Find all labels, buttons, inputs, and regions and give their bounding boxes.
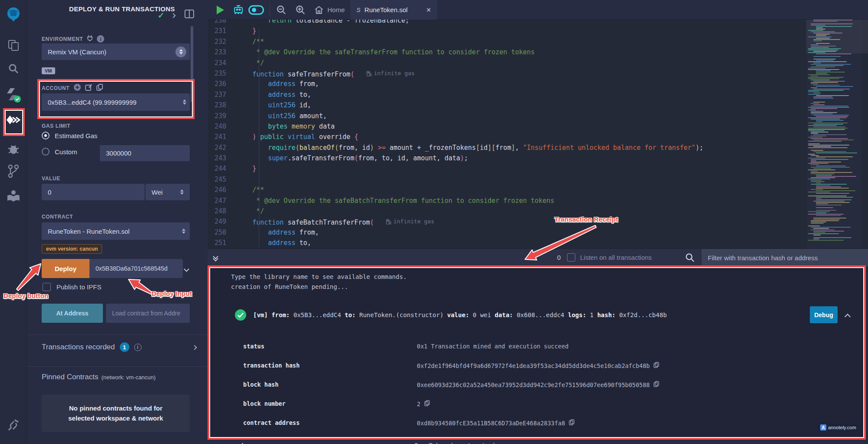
file-explorer-icon[interactable] <box>0 37 27 53</box>
environment-updown-icon[interactable] <box>175 46 186 57</box>
at-address-input[interactable]: Load contract from Addre <box>106 304 190 323</box>
deploy-collapse-chevron-icon[interactable] <box>185 265 188 273</box>
annotely-watermark: Aannotely.com <box>818 424 858 431</box>
custom-gas-radio[interactable] <box>42 148 50 156</box>
plug-icon[interactable] <box>87 35 93 43</box>
copy-account-icon[interactable] <box>96 84 103 93</box>
code-line-247[interactable]: 247 * @dev Override the safeBatchTransfe… <box>208 195 806 206</box>
edit-account-icon[interactable] <box>85 84 92 93</box>
value-unit: Wei <box>152 189 163 196</box>
receipt-value-transaction-hash: 0xf2de1f964bfd4f9a6d67972f4e1dea39f53ac3… <box>417 362 659 369</box>
copilot-toggle-icon[interactable] <box>248 0 264 20</box>
environment-label: ENVIRONMENT <box>42 36 83 42</box>
code-line-241[interactable]: 241 ) public virtual override { <box>208 132 806 142</box>
git-icon[interactable] <box>0 162 27 180</box>
panel-scrollbar[interactable] <box>191 26 193 102</box>
contract-select[interactable]: RuneToken - RuneToken.sol <box>42 222 190 240</box>
deploy-input[interactable]: 0x5B38Da6a701c568545d <box>89 259 183 278</box>
home-tab-label: Home <box>327 6 345 13</box>
copy-icon[interactable] <box>653 381 659 388</box>
solidity-file-icon: S <box>356 7 360 13</box>
pinned-contracts-network: (network: vm-cancun) <box>101 374 155 381</box>
debug-button[interactable]: Debug <box>810 306 838 323</box>
debugger-icon[interactable] <box>0 142 27 156</box>
terminal-content[interactable]: Type the library name to see available c… <box>212 270 861 435</box>
add-account-icon[interactable] <box>74 84 81 93</box>
annotation-deploy-input: Deploy Input <box>152 290 192 297</box>
tab-close-icon[interactable]: ✕ <box>426 7 431 13</box>
activity-bar <box>0 0 27 444</box>
terminal-search-icon[interactable] <box>685 253 695 264</box>
code-line-235[interactable]: 235 function safeTransferFrom(infinite g… <box>208 68 806 79</box>
account-select[interactable]: 0x5B3...eddC4 (99.999999999 <box>42 93 190 111</box>
tab-home[interactable]: Home <box>314 0 345 20</box>
environment-value: Remix VM (Cancun) <box>48 48 106 56</box>
pinned-empty-message: No pinned contracts found forselected wo… <box>42 394 190 432</box>
code-line-236[interactable]: 236 address from, <box>208 79 806 89</box>
copy-icon[interactable] <box>569 419 574 427</box>
copy-icon[interactable] <box>424 400 430 408</box>
at-address-button[interactable]: At Address <box>42 304 103 323</box>
remixai-robot-icon[interactable] <box>233 0 244 20</box>
environment-select[interactable]: Remix VM (Cancun) <box>42 43 190 60</box>
remix-logo[interactable] <box>0 4 27 24</box>
terminal-filter-input[interactable]: Filter with transaction hash or address <box>702 249 868 266</box>
panel-layout-icon[interactable] <box>185 10 194 20</box>
code-line-231[interactable]: 231 } <box>208 26 806 36</box>
listen-transactions-checkbox[interactable] <box>567 253 575 262</box>
receipt-value-block-hash: 0xee6093d236c02a52a450ea73952d3dd942c9e2… <box>417 381 659 388</box>
tab-runetoken[interactable]: S RuneToken.sol ✕ <box>350 0 437 20</box>
annotation-deploy-button: Deploy button <box>3 292 48 299</box>
plugin-connect-icon[interactable] <box>0 415 27 435</box>
code-line-233[interactable]: 233 * @dev Override the safeTransferFrom… <box>208 47 806 57</box>
code-line-250[interactable]: 250 address from, <box>208 227 806 238</box>
code-line-240[interactable]: 240 bytes memory data <box>208 121 806 132</box>
minimap-viewport[interactable] <box>806 20 868 53</box>
copy-icon[interactable] <box>653 362 659 369</box>
deploy-run-icon[interactable] <box>0 111 27 133</box>
filter-placeholder: Filter with transaction hash or address <box>708 254 818 262</box>
value-input[interactable]: 0 <box>42 184 145 200</box>
zoom-out-icon[interactable] <box>276 0 287 20</box>
tx-summary-line[interactable]: [vm] from: 0x5B3...eddC4 to: RuneToken.(… <box>253 311 667 318</box>
partial-row-value: RuneToken.(constructor) <box>415 441 496 444</box>
code-line-248[interactable]: 248 */ <box>208 206 806 216</box>
transactions-expand-icon[interactable] <box>193 343 196 351</box>
estimated-gas-radio[interactable] <box>42 132 50 139</box>
code-line-245[interactable]: 245 <box>208 174 806 185</box>
transactions-info-icon[interactable]: i <box>134 344 142 351</box>
code-line-244[interactable]: 244 } <box>208 163 806 174</box>
custom-gas-value: 3000000 <box>106 149 131 157</box>
tx-collapse-icon[interactable] <box>845 313 850 320</box>
search-icon[interactable] <box>0 61 27 76</box>
code-line-243[interactable]: 243 super.safeTransferFrom(from, to, id,… <box>208 153 806 163</box>
code-line-246[interactable]: 246 /** <box>208 185 806 195</box>
code-line-237[interactable]: 237 address to, <box>208 89 806 100</box>
code-line-251[interactable]: 251 address to, <box>208 238 806 248</box>
code-line-242[interactable]: 242 require(balanceOf(from, id) >= amoun… <box>208 142 806 153</box>
environment-info-icon[interactable]: i <box>97 35 104 43</box>
code-editor[interactable]: 230 return totalBalance - frozenBalance;… <box>208 20 806 249</box>
terminal-expand-icon[interactable] <box>214 255 218 261</box>
code-line-232[interactable]: 232 /** <box>208 36 806 47</box>
receipt-label-transaction-hash: transaction hash <box>243 362 300 369</box>
zoom-in-icon[interactable] <box>295 0 306 20</box>
code-line-239[interactable]: 239 uint256 amount, <box>208 111 806 121</box>
learneth-icon[interactable] <box>0 188 27 205</box>
code-line-234[interactable]: 234 */ <box>208 58 806 68</box>
minimap[interactable] <box>806 20 862 249</box>
code-line-249[interactable]: 249 function safeBatchTransferFrom(infin… <box>208 216 806 227</box>
panel-forward-icon[interactable] <box>172 11 175 19</box>
run-script-icon[interactable] <box>216 0 224 20</box>
deploy-button[interactable]: Deploy <box>42 259 89 278</box>
indent-guide <box>259 30 259 247</box>
evm-version-badge: evm version: cancun <box>42 244 102 254</box>
custom-gas-input[interactable]: 3000000 <box>100 145 190 161</box>
remix-ide-window: DEPLOY & RUN TRANSACTIONS ✓ ENVIRONMENT … <box>0 0 868 444</box>
solidity-compiler-icon[interactable] <box>0 86 27 103</box>
value-unit-select[interactable]: Wei <box>145 184 190 200</box>
publish-ipfs-checkbox[interactable] <box>43 283 51 291</box>
code-line-230[interactable]: 230 return totalBalance - frozenBalance; <box>208 20 806 26</box>
receipt-value-contract-address: 0xd8b934580fcE35a11B58C6D73aDeE468a2833f… <box>417 419 574 427</box>
code-line-238[interactable]: 238 uint256 id, <box>208 100 806 110</box>
